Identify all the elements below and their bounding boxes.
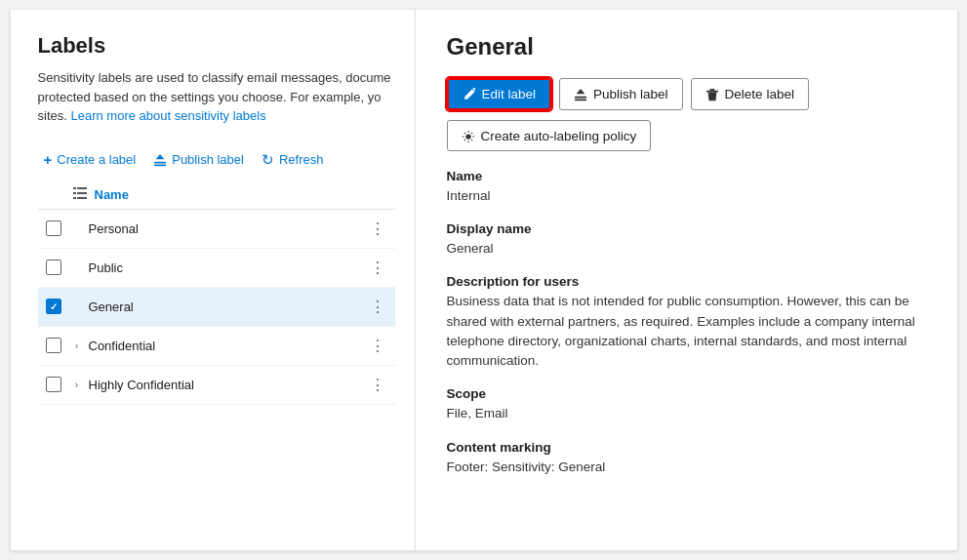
description-value: Business data that is not intended for p… [447, 292, 930, 371]
create-label-text: Create a label [57, 152, 136, 167]
edit-label-text: Edit label [482, 87, 537, 101]
display-name-section: Display name General [447, 221, 930, 259]
svg-rect-1 [154, 165, 166, 167]
publish-label-toolbar-button[interactable]: Publish label [147, 148, 250, 172]
publish-detail-icon [574, 87, 587, 101]
item-checkbox-highly-confidential[interactable] [46, 377, 61, 392]
svg-rect-9 [575, 97, 586, 99]
scope-label: Scope [447, 386, 930, 401]
list-item[interactable]: › Confidential ⋮ [38, 327, 395, 366]
svg-rect-3 [73, 187, 76, 189]
item-more-personal[interactable]: ⋮ [366, 220, 389, 238]
display-name-label: Display name [447, 221, 930, 236]
item-name-highly-confidential: Highly Confidential [89, 378, 366, 392]
scope-value: File, Email [447, 404, 930, 423]
create-label-button[interactable]: + Create a label [38, 147, 142, 172]
create-auto-labeling-button[interactable]: Create auto-labeling policy [447, 120, 652, 150]
panel-title: Labels [38, 33, 395, 59]
svg-rect-7 [73, 197, 76, 199]
content-marking-value: Footer: Sensitivity: General [447, 458, 930, 477]
publish-label-text: Publish label [593, 87, 668, 101]
item-name-public: Public [89, 260, 366, 275]
name-label: Name [447, 169, 930, 183]
toolbar: + Create a label Publish label ↻ Refresh [38, 147, 395, 173]
refresh-text: Refresh [279, 152, 324, 167]
refresh-button[interactable]: ↻ Refresh [256, 147, 330, 173]
right-panel: General Edit label Publish label Delete … [416, 10, 957, 550]
edit-label-button[interactable]: Edit label [447, 78, 552, 110]
svg-rect-12 [709, 89, 714, 91]
item-chevron-confidential[interactable]: › [69, 338, 85, 353]
item-name-personal: Personal [89, 221, 366, 236]
refresh-icon: ↻ [262, 151, 274, 169]
panel-description: Sensitivity labels are used to classify … [38, 68, 395, 126]
name-section: Name Internal [447, 169, 930, 206]
name-column-header: Name [95, 187, 129, 202]
item-checkbox-general[interactable] [46, 299, 61, 314]
item-checkbox-personal[interactable] [46, 220, 61, 236]
delete-icon [705, 87, 719, 101]
svg-marker-11 [577, 89, 585, 94]
svg-rect-6 [77, 192, 87, 194]
auto-icon [462, 128, 475, 142]
edit-icon [463, 87, 476, 101]
svg-rect-5 [73, 192, 76, 194]
scope-section: Scope File, Email [447, 386, 930, 423]
svg-rect-13 [705, 91, 717, 93]
content-marking-section: Content marking Footer: Sensitivity: Gen… [447, 440, 930, 477]
svg-rect-0 [154, 162, 166, 164]
svg-rect-10 [575, 100, 586, 101]
item-name-general: General [89, 300, 366, 314]
description-label: Description for users [447, 274, 930, 289]
svg-rect-8 [77, 197, 87, 199]
list-item[interactable]: General ⋮ [38, 288, 395, 327]
list-icon [73, 186, 87, 203]
item-name-confidential: Confidential [89, 339, 366, 353]
delete-label-button[interactable]: Delete label [691, 78, 809, 110]
item-more-public[interactable]: ⋮ [366, 259, 389, 277]
svg-marker-2 [156, 154, 165, 159]
list-item[interactable]: Personal ⋮ [38, 210, 395, 249]
list-item[interactable]: › Highly Confidential ⋮ [38, 366, 395, 405]
item-chevron-highly-confidential[interactable]: › [69, 377, 85, 392]
label-list: Personal ⋮ Public ⋮ General ⋮ › Conf [38, 210, 395, 532]
item-more-general[interactable]: ⋮ [366, 298, 389, 316]
item-chevron-personal [69, 220, 85, 236]
action-buttons: Edit label Publish label Delete label [447, 78, 930, 110]
display-name-value: General [447, 239, 930, 259]
left-panel: Labels Sensitivity labels are used to cl… [11, 10, 416, 550]
create-auto-labeling-text: Create auto-labeling policy [481, 129, 637, 143]
item-checkbox-public[interactable] [46, 260, 61, 275]
publish-icon [153, 152, 167, 168]
learn-more-link[interactable]: Learn more about sensitivity labels [70, 108, 265, 123]
description-section: Description for users Business data that… [447, 274, 930, 371]
name-value: Internal [447, 186, 930, 206]
publish-label-toolbar-text: Publish label [172, 152, 244, 167]
content-marking-label: Content marking [447, 440, 930, 455]
item-chevron-public [69, 260, 85, 275]
item-more-highly-confidential[interactable]: ⋮ [366, 376, 389, 394]
item-checkbox-confidential[interactable] [46, 338, 61, 353]
delete-label-text: Delete label [725, 87, 794, 101]
list-item[interactable]: Public ⋮ [38, 249, 395, 288]
plus-icon: + [44, 151, 53, 168]
detail-title: General [447, 33, 930, 60]
list-header: Name [38, 180, 395, 210]
item-more-confidential[interactable]: ⋮ [366, 337, 389, 355]
svg-point-14 [465, 134, 470, 139]
publish-label-button[interactable]: Publish label [559, 78, 683, 110]
item-chevron-general [69, 299, 85, 314]
svg-rect-4 [77, 187, 87, 189]
